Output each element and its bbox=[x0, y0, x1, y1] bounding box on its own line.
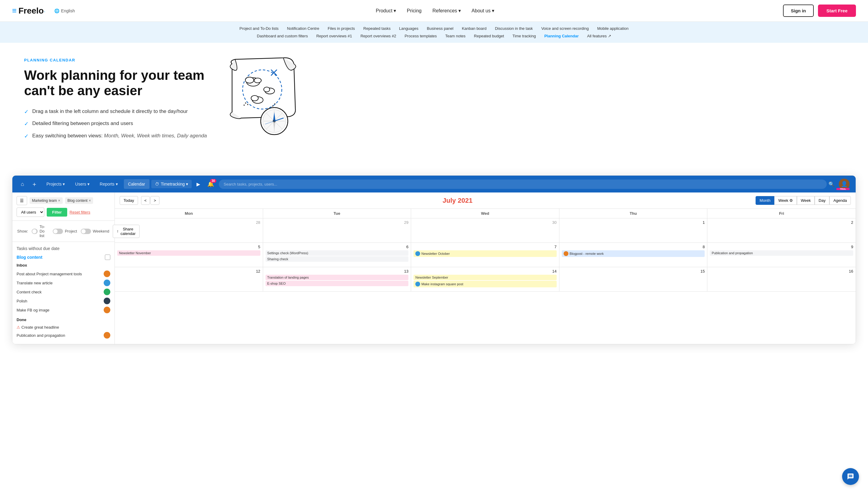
collapse-icon[interactable] bbox=[105, 254, 110, 260]
feature-files[interactable]: Files in projects bbox=[328, 26, 355, 31]
search-input[interactable] bbox=[219, 179, 827, 189]
feature-mobile[interactable]: Mobile application bbox=[597, 26, 628, 31]
remove-blog-tag[interactable]: × bbox=[89, 198, 91, 203]
today-button[interactable]: Today bbox=[119, 196, 138, 205]
feature-notes[interactable]: Team notes bbox=[445, 34, 465, 38]
task-item[interactable]: ⚠Create great headline bbox=[17, 324, 110, 331]
weekend-toggle-label: Weekend bbox=[93, 229, 109, 233]
feature-repeated-tasks[interactable]: Repeated tasks bbox=[364, 26, 391, 31]
feature-process[interactable]: Process templates bbox=[404, 34, 437, 38]
cal-cell-16[interactable]: 16 bbox=[707, 267, 856, 291]
task-item[interactable]: Post about Project management tools bbox=[17, 269, 110, 278]
feature-report2[interactable]: Report overviews #2 bbox=[361, 34, 396, 38]
nav-projects[interactable]: Projects ▾ bbox=[42, 179, 69, 189]
nav-product[interactable]: Product ▾ bbox=[372, 5, 400, 16]
task-avatar bbox=[104, 270, 110, 277]
nav-references[interactable]: References ▾ bbox=[428, 5, 465, 16]
add-button[interactable]: ＋ bbox=[28, 178, 40, 190]
event-newsletter-november[interactable]: Newsletter November bbox=[117, 250, 260, 256]
task-item[interactable]: Publication and propagation bbox=[17, 331, 110, 340]
navbar: ≡ Freelo . 🌐 English Product ▾ Pricing R… bbox=[0, 0, 868, 22]
cal-cell-5[interactable]: 5 Newsletter November bbox=[115, 243, 263, 267]
feature-planning-calendar[interactable]: Planning Calendar bbox=[544, 34, 579, 38]
cal-cell-9[interactable]: 9 Publication and propagation bbox=[707, 243, 856, 267]
feature-voice[interactable]: Voice and screen recording bbox=[541, 26, 589, 31]
cal-cell-8[interactable]: 8 Blogpost - remote work bbox=[559, 243, 708, 267]
event-newsletter-october[interactable]: Newsletter October bbox=[413, 250, 557, 257]
language-selector[interactable]: 🌐 English bbox=[54, 8, 75, 13]
cal-cell-15[interactable]: 15 bbox=[559, 267, 708, 291]
week-view-button[interactable]: Week bbox=[797, 196, 815, 205]
todo-toggle-switch[interactable] bbox=[32, 229, 38, 234]
cal-cell-7[interactable]: 7 Newsletter October bbox=[411, 243, 559, 267]
prev-month-button[interactable]: < bbox=[141, 196, 150, 205]
cal-cell-2[interactable]: 2 bbox=[707, 218, 856, 243]
cal-cell-28[interactable]: 28 bbox=[115, 218, 263, 243]
nav-reports[interactable]: Reports ▾ bbox=[95, 179, 122, 189]
task-item[interactable]: Content check bbox=[17, 287, 110, 297]
start-free-button[interactable]: Start Free bbox=[818, 4, 856, 17]
reset-filters-link[interactable]: Reset filters bbox=[70, 210, 90, 214]
feature-project-todo[interactable]: Project and To-Do lists bbox=[240, 26, 279, 31]
feature-timetracking[interactable]: Time tracking bbox=[512, 34, 536, 38]
feature-budget[interactable]: Repeated budget bbox=[474, 34, 504, 38]
cal-cell-14[interactable]: 14 Newsletter September Make instagram s… bbox=[411, 267, 559, 291]
task-item[interactable]: Polish bbox=[17, 297, 110, 305]
day-view-button[interactable]: Day bbox=[815, 196, 829, 205]
day-header-tue: Tue bbox=[263, 209, 411, 218]
cal-cell-29[interactable]: 29 bbox=[263, 218, 411, 243]
logo-dot: . bbox=[44, 9, 45, 13]
tasks-panel: Tasks without due date Blog content Inbo… bbox=[12, 242, 114, 344]
play-button[interactable]: ▶ bbox=[193, 179, 203, 189]
hero-feature-3: ✓ Easy switching between views: Month, W… bbox=[24, 132, 211, 140]
hero-section: PLANNING CALENDAR Work planning for your… bbox=[0, 43, 868, 175]
cal-cell-30[interactable]: 30 bbox=[411, 218, 559, 243]
event-instagram[interactable]: Make instagram square post bbox=[413, 281, 557, 287]
nav-calendar[interactable]: Calendar bbox=[124, 179, 149, 189]
feature-business[interactable]: Business panel bbox=[427, 26, 453, 31]
filter-button[interactable]: Filter bbox=[47, 208, 67, 216]
event-avatar bbox=[564, 251, 568, 256]
task-item[interactable]: Translate new article bbox=[17, 278, 110, 287]
event-publication[interactable]: Publication and propagation bbox=[710, 250, 853, 256]
nav-pricing[interactable]: Pricing bbox=[403, 6, 426, 16]
timetracking-button[interactable]: ⏱ Timetracking ▾ bbox=[151, 180, 192, 188]
next-month-button[interactable]: > bbox=[150, 196, 160, 205]
month-view-button[interactable]: Month bbox=[756, 196, 774, 205]
notification-badge[interactable]: 🔔 30 bbox=[207, 181, 214, 187]
calendar-nav: < > bbox=[141, 196, 160, 205]
event-blogpost[interactable]: Blogpost - remote work bbox=[562, 250, 705, 257]
signin-button[interactable]: Sign in bbox=[783, 4, 814, 17]
feature-discussion[interactable]: Discussion in the task bbox=[495, 26, 533, 31]
users-dropdown[interactable]: All users bbox=[17, 208, 44, 217]
event-translation[interactable]: Translation of landing pages bbox=[265, 275, 409, 280]
event-newsletter-sept[interactable]: Newsletter September bbox=[413, 275, 557, 280]
task-item[interactable]: Make FB og image bbox=[17, 305, 110, 315]
feature-report1[interactable]: Report overviews #1 bbox=[316, 34, 352, 38]
agenda-view-button[interactable]: Agenda bbox=[829, 196, 851, 205]
logo[interactable]: ≡ Freelo . bbox=[12, 6, 45, 16]
menu-button[interactable]: ☰ bbox=[17, 196, 27, 205]
svg-point-7 bbox=[264, 87, 270, 92]
remove-marketing-tag[interactable]: × bbox=[58, 198, 60, 203]
cal-cell-13[interactable]: 13 Translation of landing pages E-shop S… bbox=[263, 267, 411, 291]
project-toggle-switch[interactable] bbox=[53, 229, 63, 234]
feature-notification[interactable]: Notification Centre bbox=[287, 26, 319, 31]
nav-about[interactable]: About us ▾ bbox=[467, 5, 498, 16]
app-mockup: ⌂ ＋ Projects ▾ Users ▾ Reports ▾ Calenda… bbox=[12, 175, 856, 344]
feature-dashboard[interactable]: Dashboard and custom filters bbox=[257, 34, 308, 38]
cal-cell-1[interactable]: 1 bbox=[559, 218, 708, 243]
week-gear-view-button[interactable]: Week ⚙ bbox=[774, 196, 797, 205]
event-sharing-check[interactable]: Sharing check bbox=[265, 256, 409, 262]
feature-kanban[interactable]: Kanban board bbox=[462, 26, 486, 31]
weekend-toggle-switch[interactable] bbox=[81, 229, 91, 234]
home-icon[interactable]: ⌂ bbox=[18, 178, 26, 190]
cal-cell-12[interactable]: 12 bbox=[115, 267, 263, 291]
weekend-toggle: Weekend bbox=[81, 229, 109, 234]
feature-all[interactable]: All features ↗ bbox=[587, 34, 611, 38]
cal-cell-6[interactable]: 6 Settings check (WordPress) Sharing che… bbox=[263, 243, 411, 267]
event-settings-check[interactable]: Settings check (WordPress) bbox=[265, 250, 409, 256]
feature-languages[interactable]: Languages bbox=[399, 26, 418, 31]
event-eshop[interactable]: E-shop SEO bbox=[265, 281, 409, 286]
nav-users[interactable]: Users ▾ bbox=[71, 179, 93, 189]
